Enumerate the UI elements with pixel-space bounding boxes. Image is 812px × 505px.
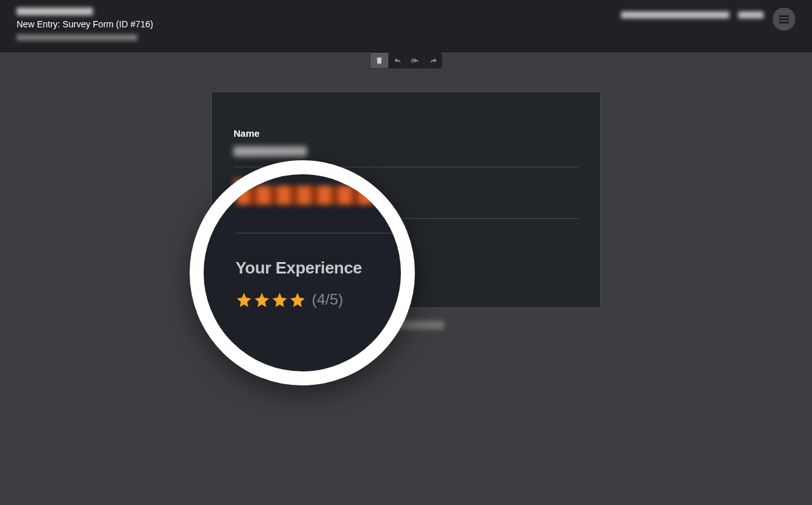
entry-subtitle: New Entry: Survey Form (ID #716) <box>17 19 153 29</box>
app-header: New Entry: Survey Form (ID #716) <box>0 0 812 52</box>
forward-icon <box>429 56 438 65</box>
reply-icon <box>393 56 402 65</box>
name-field-label: Name <box>234 128 578 139</box>
header-blur-right <box>621 11 729 18</box>
star-icon <box>235 291 253 308</box>
zoom-lens: Your Experience (4/5) <box>190 160 415 385</box>
star-rating: (4/5) <box>235 291 388 308</box>
star-icon <box>289 291 306 308</box>
rating-fraction: (4/5) <box>312 291 343 308</box>
header-blur-right-small <box>738 11 764 18</box>
experience-heading: Your Experience <box>235 258 388 278</box>
reply-all-icon <box>411 56 420 65</box>
header-blur-meta <box>17 34 137 41</box>
lens-orange-blur <box>237 186 377 205</box>
star-icon <box>271 291 288 308</box>
trash-icon <box>375 56 384 65</box>
star-icon <box>253 291 270 308</box>
name-value-blur <box>234 146 307 156</box>
forward-button[interactable] <box>424 53 442 68</box>
action-toolbar <box>370 52 442 69</box>
reply-button[interactable] <box>388 53 406 68</box>
avatar[interactable] <box>773 8 795 31</box>
header-blur-title <box>17 8 93 15</box>
lens-divider <box>235 233 393 233</box>
reply-all-button[interactable] <box>406 53 424 68</box>
delete-button[interactable] <box>370 53 388 68</box>
